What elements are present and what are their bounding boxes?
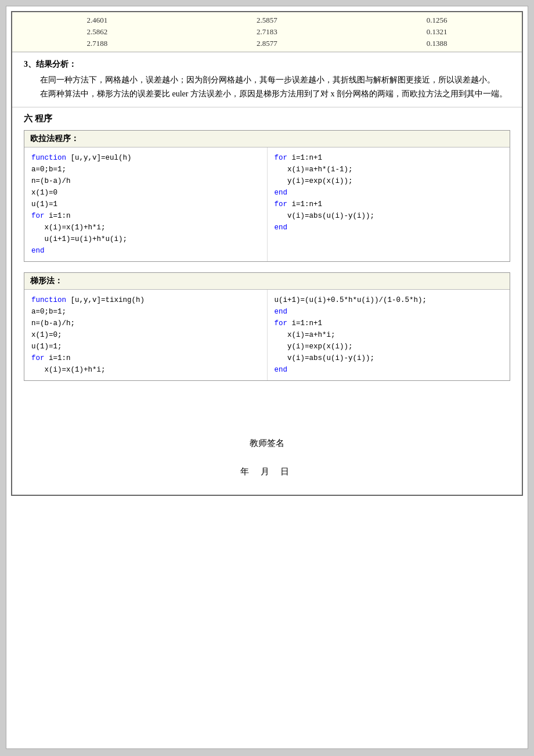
keyword: end: [275, 366, 288, 374]
keyword: for: [31, 354, 45, 362]
code-line: v(i)=abs(u(i)-y(i));: [275, 210, 503, 222]
table-cell: 0.1256: [352, 15, 522, 26]
code-line: a=0;b=1;: [31, 306, 260, 318]
code-line: end: [275, 222, 503, 233]
teacher-sign-label: 教师签名: [24, 438, 510, 449]
trapezoid-code-content: function [u,y,v]=tixing(h)a=0;b=1;n=(b-a…: [24, 290, 510, 380]
code-line: x(i)=a+h*(i-1);: [275, 164, 503, 175]
code-line: n=(b-a)/h;: [31, 318, 260, 329]
code-line: function [u,y,v]=eul(h): [31, 152, 260, 164]
code-line: v(i)=abs(u(i)-y(i));: [275, 352, 503, 364]
code-line: u(i+1)=u(i)+h*u(i);: [31, 233, 260, 245]
code-line: for i=1:n+1: [275, 318, 503, 329]
code-line: x(i)=x(1)+h*i;: [31, 222, 260, 233]
keyword: end: [31, 247, 45, 255]
table-cell: 0.1321: [352, 26, 522, 38]
program-title: 六 程序: [24, 113, 510, 124]
keyword: function: [31, 296, 66, 304]
table-cell: 0.1388: [352, 38, 522, 49]
keyword: for: [275, 319, 288, 327]
code-line: u(1)=1: [31, 199, 260, 210]
code-line: x(i)=a+h*i;: [275, 329, 503, 341]
code-line: y(i)=exp(x(i));: [275, 175, 503, 187]
page: 2.46012.58570.12562.58622.71830.13212.71…: [6, 6, 528, 749]
analysis-para2: 在两种算法中，梯形方法的误差要比 euler 方法误差小，原因是梯形方法用到了对…: [24, 87, 510, 101]
euler-code-content: function [u,y,v]=eul(h)a=0;b=1;n=(b-a)/h…: [24, 147, 510, 261]
code-line: a=0;b=1;: [31, 164, 260, 175]
code-line: end: [275, 306, 503, 318]
euler-code-block: 欧拉法程序： function [u,y,v]=eul(h)a=0;b=1;n=…: [24, 130, 510, 262]
table-cell: 2.7183: [182, 26, 352, 38]
code-line: u(1)=1;: [31, 341, 260, 352]
euler-right-col: for i=1:n+1 x(i)=a+h*(i-1); y(i)=exp(x(i…: [268, 147, 510, 261]
keyword: function: [31, 154, 66, 162]
trapezoid-left-col: function [u,y,v]=tixing(h)a=0;b=1;n=(b-a…: [24, 290, 268, 380]
code-line: end: [275, 364, 503, 376]
table-cell: 2.4601: [12, 15, 182, 26]
euler-left-col: function [u,y,v]=eul(h)a=0;b=1;n=(b-a)/h…: [24, 147, 268, 261]
code-line: end: [275, 187, 503, 199]
table-row: 2.46012.58570.1256: [12, 15, 522, 26]
analysis-para1: 在同一种方法下，网格越小，误差越小；因为剖分网格越小，其每一步误差越小，其折线图…: [24, 73, 510, 87]
footer-section: 教师签名 年 月 日: [12, 403, 522, 495]
code-line: x(1)=0;: [31, 329, 260, 341]
keyword: for: [31, 212, 45, 220]
keyword: end: [275, 189, 288, 197]
code-line: x(i)=x(1)+h*i;: [31, 364, 260, 376]
program-section: 六 程序 欧拉法程序： function [u,y,v]=eul(h)a=0;b…: [12, 107, 522, 403]
code-line: n=(b-a)/h: [31, 175, 260, 187]
code-line: y(i)=exp(x(i));: [275, 341, 503, 352]
date-line: 年 月 日: [24, 466, 510, 477]
data-table: 2.46012.58570.12562.58622.71830.13212.71…: [12, 15, 522, 49]
top-table-section: 2.46012.58570.12562.58622.71830.13212.71…: [12, 12, 522, 52]
table-cell: 2.8577: [182, 38, 352, 49]
table-cell: 2.5857: [182, 15, 352, 26]
code-line: for i=1:n+1: [275, 152, 503, 164]
table-cell: 2.5862: [12, 26, 182, 38]
keyword: for: [275, 200, 288, 208]
trapezoid-code-block: 梯形法： function [u,y,v]=tixing(h)a=0;b=1;n…: [24, 272, 510, 381]
code-line: u(i+1)=(u(i)+0.5*h*u(i))/(1-0.5*h);: [275, 294, 503, 306]
code-line: for i=1:n+1: [275, 199, 503, 210]
keyword: for: [275, 154, 288, 162]
trapezoid-title: 梯形法：: [24, 273, 510, 290]
code-line: end: [31, 245, 260, 257]
analysis-title: 3、结果分析：: [24, 59, 510, 70]
table-row: 2.71882.85770.1388: [12, 38, 522, 49]
analysis-section: 3、结果分析： 在同一种方法下，网格越小，误差越小；因为剖分网格越小，其每一步误…: [12, 52, 522, 107]
code-line: for i=1:n: [31, 352, 260, 364]
keyword: end: [275, 308, 288, 316]
table-cell: 2.7188: [12, 38, 182, 49]
outer-border: 2.46012.58570.12562.58622.71830.13212.71…: [11, 11, 523, 496]
code-line: for i=1:n: [31, 210, 260, 222]
code-line: x(1)=0: [31, 187, 260, 199]
euler-title: 欧拉法程序：: [24, 131, 510, 147]
table-row: 2.58622.71830.1321: [12, 26, 522, 38]
trapezoid-right-col: u(i+1)=(u(i)+0.5*h*u(i))/(1-0.5*h);endfo…: [268, 290, 510, 380]
keyword: end: [275, 224, 288, 232]
code-line: function [u,y,v]=tixing(h): [31, 294, 260, 306]
